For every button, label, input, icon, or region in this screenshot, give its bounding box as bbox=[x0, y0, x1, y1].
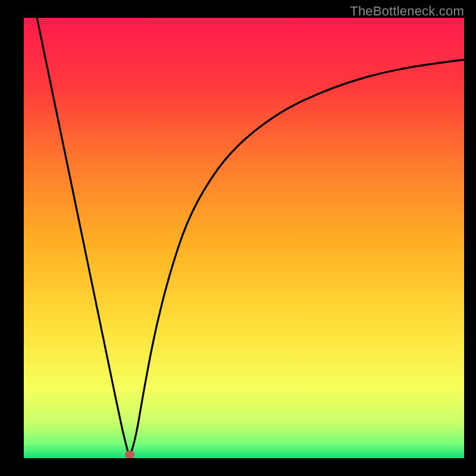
optimal-point-marker bbox=[125, 450, 134, 458]
plot-area bbox=[24, 18, 464, 458]
curve-layer bbox=[24, 18, 464, 458]
chart-frame: TheBottleneck.com bbox=[0, 0, 476, 476]
watermark-text: TheBottleneck.com bbox=[350, 4, 464, 19]
bottleneck-curve bbox=[37, 18, 464, 458]
